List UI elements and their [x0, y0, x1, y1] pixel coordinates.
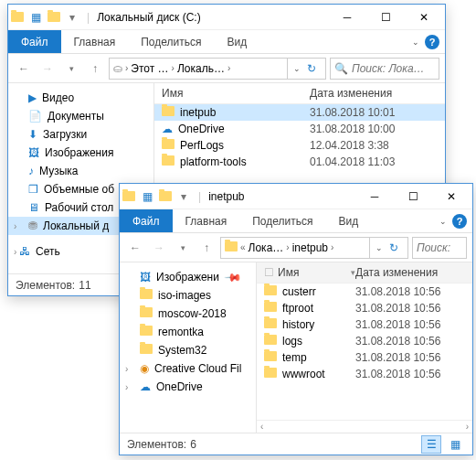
file-row[interactable]: wwwroot31.08.2018 10:56: [257, 366, 472, 382]
file-row[interactable]: logs31.08.2018 10:56: [257, 333, 472, 349]
column-headers[interactable]: Имя Дата изменения: [154, 83, 445, 104]
file-row[interactable]: platform-tools01.04.2018 11:03: [154, 154, 445, 170]
file-date: 01.04.2018 11:03: [310, 155, 438, 168]
back-button[interactable]: ←: [125, 238, 145, 258]
nav-item[interactable]: 🖼Изображени📌: [120, 268, 256, 286]
close-button[interactable]: ✕: [432, 184, 471, 209]
forward-button[interactable]: →: [149, 238, 169, 258]
scroll-left-icon[interactable]: ‹: [260, 422, 263, 432]
column-name[interactable]: Имя: [162, 87, 310, 100]
new-folder-icon[interactable]: [47, 10, 61, 25]
refresh-icon[interactable]: ↻: [389, 241, 398, 254]
nav-item[interactable]: remontka: [120, 323, 256, 341]
maximize-button[interactable]: ☐: [394, 184, 432, 209]
nav-item[interactable]: System32: [120, 341, 256, 359]
network-icon: 🖧: [19, 245, 30, 258]
maximize-button[interactable]: ☐: [366, 5, 405, 30]
search-icon: 🔍: [334, 62, 348, 75]
ribbon-tab-share[interactable]: Поделиться: [128, 30, 214, 53]
file-name: custerr: [282, 285, 316, 298]
recent-locations-button[interactable]: ▾: [173, 238, 193, 258]
expand-icon[interactable]: ›: [125, 382, 128, 392]
recent-locations-button[interactable]: ▾: [61, 59, 81, 79]
refresh-icon[interactable]: ↻: [307, 62, 316, 75]
close-button[interactable]: ✕: [405, 5, 443, 30]
file-date: 31.08.2018 10:56: [355, 368, 465, 380]
ribbon-tab-home[interactable]: Главная: [61, 30, 129, 53]
path-part[interactable]: Этот …: [131, 62, 168, 75]
nav-toolbar: ← → ▾ ↑ « Лока… › inetpub › ⌄ ↻: [120, 233, 472, 262]
forward-button[interactable]: →: [37, 59, 58, 79]
up-button[interactable]: ↑: [85, 59, 105, 79]
nav-item[interactable]: ♪Музыка: [8, 162, 153, 180]
ribbon-tab-view[interactable]: Вид: [325, 209, 371, 232]
chevron-right-icon: ›: [172, 63, 175, 73]
column-date[interactable]: Дата изменения: [310, 87, 438, 100]
props-icon[interactable]: ▦: [28, 10, 43, 25]
file-row[interactable]: temp31.08.2018 10:56: [257, 349, 472, 366]
nav-item[interactable]: ⬇Загрузки: [8, 125, 153, 144]
qat-customize-icon[interactable]: ▾: [176, 189, 191, 204]
expand-icon[interactable]: ›: [125, 364, 128, 374]
nav-item[interactable]: 🖼Изображения: [8, 144, 153, 162]
view-large-icons-button[interactable]: ▦: [445, 435, 465, 454]
qat-customize-icon[interactable]: ▾: [65, 10, 79, 25]
nav-item[interactable]: ›☁OneDrive: [120, 378, 256, 396]
search-input[interactable]: [417, 241, 462, 254]
minimize-button[interactable]: ─: [328, 5, 366, 30]
navigation-pane[interactable]: 🖼Изображени📌iso-imagesmoscow-2018remontk…: [120, 262, 257, 433]
file-row[interactable]: inetpub31.08.2018 10:01: [154, 104, 445, 121]
pin-icon: 📌: [224, 268, 243, 287]
up-button[interactable]: ↑: [196, 238, 217, 258]
search-box[interactable]: 🔍: [330, 58, 439, 80]
file-row[interactable]: history31.08.2018 10:56: [257, 316, 472, 333]
folder-icon: [140, 326, 153, 338]
file-date: 31.08.2018 10:56: [355, 351, 465, 364]
new-folder-icon[interactable]: [158, 189, 173, 204]
nav-item[interactable]: moscow-2018: [120, 305, 256, 323]
path-part[interactable]: Лока…: [249, 241, 284, 254]
file-list[interactable]: custerr31.08.2018 10:56ftproot31.08.2018…: [257, 283, 472, 420]
file-row[interactable]: PerfLogs12.04.2018 3:38: [154, 137, 445, 154]
ribbon-file[interactable]: Файл: [8, 30, 61, 53]
titlebar[interactable]: ▦ ▾ | inetpub ─ ☐ ✕: [120, 184, 472, 209]
ribbon-expand-icon[interactable]: ⌄: [412, 37, 419, 47]
search-input[interactable]: [352, 62, 435, 75]
nav-label: Изображени: [156, 271, 219, 283]
address-bar[interactable]: ⛀ › Этот … › Локаль… › ⌄ ↻: [109, 58, 326, 80]
column-name[interactable]: ☐Имя▾: [264, 266, 355, 279]
column-date[interactable]: Дата изменения: [355, 266, 465, 279]
path-dropdown-icon[interactable]: ⌄: [376, 243, 383, 252]
nav-item[interactable]: ›◉Creative Cloud Fil: [120, 359, 256, 378]
file-row[interactable]: custerr31.08.2018 10:56: [257, 283, 472, 300]
ribbon-tab-home[interactable]: Главная: [173, 209, 240, 232]
file-row[interactable]: ☁OneDrive31.08.2018 10:00: [154, 121, 445, 137]
address-bar[interactable]: « Лока… › inetpub › ⌄ ↻: [220, 237, 408, 259]
ribbon-tab-view[interactable]: Вид: [214, 30, 259, 53]
back-button[interactable]: ←: [14, 59, 34, 79]
view-details-button[interactable]: ☰: [421, 435, 441, 454]
titlebar[interactable]: ▦ ▾ | Локальный диск (C:) ─ ☐ ✕: [8, 5, 445, 30]
path-part[interactable]: Локаль…: [177, 62, 225, 75]
minimize-button[interactable]: ─: [355, 184, 394, 209]
path-dropdown-icon[interactable]: ⌄: [293, 64, 301, 73]
help-icon[interactable]: ?: [452, 214, 467, 229]
nav-label: Музыка: [39, 165, 78, 177]
nav-item[interactable]: ▶Видео: [8, 89, 153, 107]
file-row[interactable]: ftproot31.08.2018 10:56: [257, 300, 472, 316]
props-icon[interactable]: ▦: [140, 189, 154, 204]
column-headers[interactable]: ☐Имя▾ Дата изменения: [257, 262, 472, 283]
ribbon-expand-icon[interactable]: ⌄: [439, 217, 447, 226]
ribbon-file[interactable]: Файл: [120, 209, 173, 232]
nav-item[interactable]: iso-images: [120, 286, 256, 305]
path-part[interactable]: inetpub: [292, 241, 328, 254]
help-icon[interactable]: ?: [425, 35, 439, 49]
nav-item[interactable]: 📄Документы: [8, 107, 153, 125]
file-name: logs: [282, 335, 302, 348]
search-box[interactable]: [412, 237, 467, 259]
scroll-right-icon[interactable]: ›: [466, 422, 469, 432]
expand-icon[interactable]: ›: [14, 221, 16, 231]
ribbon-tab-share[interactable]: Поделиться: [239, 209, 325, 232]
horizontal-scrollbar[interactable]: ‹›: [257, 420, 472, 433]
expand-icon[interactable]: ›: [14, 247, 16, 257]
